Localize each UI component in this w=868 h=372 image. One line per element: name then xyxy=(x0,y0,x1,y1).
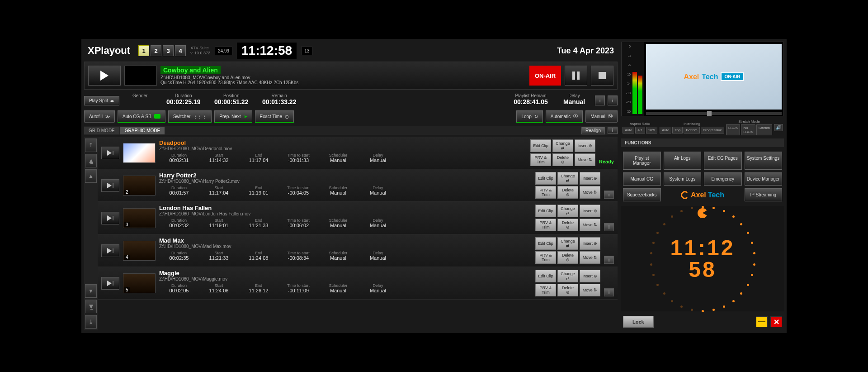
function-system-settings[interactable]: System Settings xyxy=(745,152,783,170)
playlist-item: |4Mad MaxZ:\HD\HD1080_MOV\Mad Max.movDur… xyxy=(98,234,618,267)
delete-button[interactable]: Delete ⊖ xyxy=(557,219,578,231)
manual-button[interactable]: ManualⓂ xyxy=(585,110,618,123)
scroll-up-button[interactable]: ▲ xyxy=(85,169,97,183)
change-button[interactable]: Change ⇄ xyxy=(557,237,578,250)
autofill-button[interactable]: Autofill≫ xyxy=(84,110,115,123)
realign-button[interactable]: Realign xyxy=(581,127,605,134)
edit-clip-button[interactable]: Edit Clip xyxy=(535,237,556,250)
move-button[interactable]: Move ⇅ xyxy=(580,284,600,296)
stretch-option-nolbox[interactable]: No LBOX xyxy=(741,124,755,135)
playlist-play-button[interactable]: | xyxy=(101,244,119,257)
function-edit-cg-pages[interactable]: Edit CG Pages xyxy=(704,152,742,170)
move-button[interactable]: Move ⇅ xyxy=(580,251,600,264)
aspect-option-auto[interactable]: Auto xyxy=(623,127,634,134)
prepnext-button[interactable]: Prep. Next➤ xyxy=(214,110,252,123)
prv-trim-button[interactable]: PRV & Trim xyxy=(535,284,556,296)
channel-button-1[interactable]: 1 xyxy=(138,45,149,56)
scroll-top-button[interactable]: ⤒ xyxy=(85,138,97,152)
prv-trim-button[interactable]: PRV & Trim xyxy=(530,153,551,166)
prv-trim-button[interactable]: PRV & Trim xyxy=(535,251,556,264)
insert-button[interactable]: Insert ⊕ xyxy=(580,172,600,185)
lock-button[interactable]: Lock xyxy=(623,316,654,328)
channel-button-4[interactable]: 4 xyxy=(175,45,186,56)
insert-button[interactable]: Insert ⊕ xyxy=(580,237,600,250)
stretch-option-stretch[interactable]: Stretch xyxy=(756,124,772,135)
preview-scrubber[interactable] xyxy=(646,112,782,115)
info-btn-2[interactable]: i xyxy=(608,95,618,105)
stop-button[interactable] xyxy=(591,66,613,86)
edit-clip-button[interactable]: Edit Clip xyxy=(535,205,556,217)
channel-button-2[interactable]: 2 xyxy=(151,45,161,56)
playlist-play-button[interactable]: | xyxy=(101,179,119,192)
stretch-option-lbox[interactable]: LBOX xyxy=(726,124,740,135)
aspect-option-169[interactable]: 16:9 xyxy=(646,127,658,134)
interlacing-option-progressive[interactable]: Progressive xyxy=(701,127,724,134)
tab-graphic[interactable]: GRAPHIC MODE xyxy=(120,127,165,134)
sound-button[interactable]: 🔊 xyxy=(774,124,783,131)
move-button[interactable]: Move ⇅ xyxy=(575,153,595,166)
playlist-item: |5MaggieZ:\HD\HD1080_MOV\Maggie.movDurat… xyxy=(98,267,618,300)
switcher-button[interactable]: Switcher⋮⋮⋮ xyxy=(168,110,212,123)
item-info-button[interactable]: i xyxy=(604,191,614,199)
delete-button[interactable]: Delete ⊖ xyxy=(552,153,573,166)
playlist-play-button[interactable]: | xyxy=(101,277,119,290)
autocg-button[interactable]: Auto CG & SB xyxy=(118,110,165,123)
change-button[interactable]: Change ⇄ xyxy=(552,139,573,152)
play-button[interactable] xyxy=(88,66,121,86)
function-manual-cg[interactable]: Manual CG xyxy=(623,172,661,186)
delete-button[interactable]: Delete ⊖ xyxy=(557,284,578,296)
delete-button[interactable]: Delete ⊖ xyxy=(557,186,578,199)
automatic-button[interactable]: AutomaticⒶ xyxy=(546,110,583,123)
scroll-bottom-button[interactable]: ⤓ xyxy=(85,315,97,329)
playlist-play-button[interactable]: | xyxy=(101,147,119,159)
function-air-logs[interactable]: Air Logs xyxy=(664,152,702,170)
item-info-button[interactable]: i xyxy=(604,223,614,231)
pause-button[interactable] xyxy=(565,66,587,86)
tabs-info-button[interactable]: i xyxy=(608,127,618,134)
change-button[interactable]: Change ⇄ xyxy=(557,172,578,185)
interlacing-option-bottom[interactable]: Bottom xyxy=(684,127,699,134)
close-button[interactable]: ✕ xyxy=(770,316,782,327)
edit-clip-button[interactable]: Edit Clip xyxy=(535,172,556,185)
change-button[interactable]: Change ⇄ xyxy=(557,205,578,217)
insert-button[interactable]: Insert ⊕ xyxy=(580,270,600,282)
function-emergency[interactable]: Emergency xyxy=(704,172,742,186)
function-device-manager[interactable]: Device Manager xyxy=(745,172,783,186)
exacttime-button[interactable]: Exact Time◷ xyxy=(255,110,294,123)
tab-grid[interactable]: GRID MODE xyxy=(84,127,119,134)
change-button[interactable]: Change ⇄ xyxy=(557,270,578,282)
scroll-down-button[interactable]: ▼ xyxy=(85,284,97,298)
interlacing-option-top[interactable]: Top xyxy=(672,127,683,134)
function-playlist-manager[interactable]: Playlist Manager xyxy=(623,152,661,170)
prv-trim-button[interactable]: PRV & Trim xyxy=(535,219,556,231)
tabs-bar: GRID MODE GRAPHIC MODE Realign i xyxy=(84,126,618,135)
playlist-play-button[interactable]: | xyxy=(101,212,119,224)
move-button[interactable]: Move ⇅ xyxy=(580,186,600,199)
edit-clip-button[interactable]: Edit Clip xyxy=(530,139,551,152)
item-info-button[interactable]: i xyxy=(604,256,614,264)
onair-button[interactable]: ON-AIR xyxy=(529,66,561,86)
function-squeezebacks[interactable]: Squeezebacks xyxy=(623,188,661,201)
interlacing-option-auto[interactable]: Auto xyxy=(660,127,671,134)
function-ip-streaming[interactable]: IP Streaming xyxy=(745,188,783,201)
info-btn-1[interactable]: i xyxy=(595,95,605,105)
minimize-button[interactable]: — xyxy=(756,316,768,327)
edit-clip-button[interactable]: Edit Clip xyxy=(535,270,556,282)
info-row: Play Split ◂▸ Gender Duration00:02:25.19… xyxy=(84,91,618,107)
prv-trim-button[interactable]: PRV & Trim xyxy=(535,186,556,199)
insert-button[interactable]: Insert ⊕ xyxy=(575,139,595,152)
channel-button-3[interactable]: 3 xyxy=(163,45,174,56)
aspect-option-41[interactable]: 4:1 xyxy=(635,127,645,134)
delete-button[interactable]: Delete ⊖ xyxy=(557,251,578,264)
scroll-pagedown-button[interactable]: ▼̲ xyxy=(85,300,97,313)
loop-button[interactable]: Loop↻ xyxy=(516,110,542,123)
playlist-thumb: 5 xyxy=(123,273,156,293)
item-info-button[interactable]: i xyxy=(604,288,614,296)
scroll-pageup-button[interactable]: ▲̲ xyxy=(85,154,97,167)
options-bar: Autofill≫ Auto CG & SB Switcher⋮⋮⋮ Prep.… xyxy=(84,109,618,124)
function-system-logs[interactable]: System Logs xyxy=(664,172,702,186)
insert-button[interactable]: Insert ⊕ xyxy=(580,205,600,217)
move-button[interactable]: Move ⇅ xyxy=(580,219,600,231)
play-split-button[interactable]: Play Split ◂▸ xyxy=(84,96,119,105)
now-playing-title: Cowboy and Alien xyxy=(160,66,221,74)
